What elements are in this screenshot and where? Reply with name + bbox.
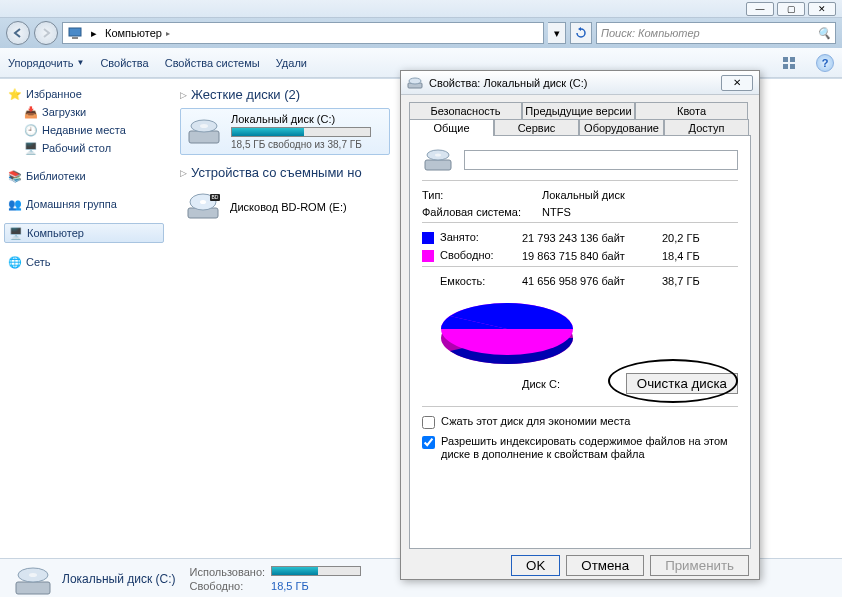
view-button[interactable] (778, 52, 800, 74)
fs-label: Файловая система: (422, 206, 542, 218)
recent-icon: 🕘 (24, 123, 38, 137)
close-button[interactable]: ✕ (808, 2, 836, 16)
refresh-button[interactable] (570, 22, 592, 44)
arrow-right-icon (40, 27, 52, 39)
svg-rect-4 (783, 64, 788, 69)
type-value: Локальный диск (542, 189, 738, 201)
dialog-close-button[interactable]: ✕ (721, 75, 753, 91)
tab-service[interactable]: Сервис (494, 119, 579, 136)
maximize-button[interactable]: ▢ (777, 2, 805, 16)
apply-button[interactable]: Применить (650, 555, 749, 576)
tab-access[interactable]: Доступ (664, 119, 749, 136)
drive-free-text: 18,5 ГБ свободно из 38,7 ГБ (231, 139, 385, 150)
svg-rect-5 (790, 64, 795, 69)
sidebar: ⭐ Избранное 📥 Загрузки 🕘 Недавние места … (0, 79, 168, 558)
svg-rect-0 (69, 28, 81, 36)
capacity-label: Емкость: (422, 275, 522, 287)
back-button[interactable] (6, 21, 30, 45)
free-gb: 18,4 ГБ (662, 250, 722, 262)
status-free-label: Свободно: (190, 580, 266, 592)
svg-point-11 (200, 200, 206, 204)
svg-rect-6 (189, 131, 219, 143)
sidebar-recent[interactable]: 🕘 Недавние места (4, 121, 164, 139)
usage-bar (231, 127, 371, 137)
status-drive-name: Локальный диск (C:) (62, 572, 176, 586)
organize-menu[interactable]: Упорядочить ▼ (8, 57, 84, 69)
tab-hardware[interactable]: Оборудование (579, 119, 664, 136)
compress-checkbox[interactable] (422, 416, 435, 429)
free-swatch (422, 250, 434, 262)
breadcrumb-computer[interactable]: Компьютер ▸ (101, 27, 174, 39)
sidebar-favorites[interactable]: ⭐ Избранное (4, 85, 164, 103)
tab-security[interactable]: Безопасность (409, 102, 522, 119)
uninstall-button[interactable]: Удали (276, 57, 307, 69)
bd-rom-icon: BD (184, 190, 222, 224)
tab-quota[interactable]: Квота (635, 102, 748, 119)
tabs: Безопасность Предыдущие версии Квота Общ… (409, 101, 751, 135)
svg-point-16 (29, 573, 37, 577)
forward-button[interactable] (34, 21, 58, 45)
svg-point-18 (409, 78, 421, 84)
svg-rect-2 (783, 57, 788, 62)
drive-small-icon (407, 76, 423, 90)
index-label[interactable]: Разрешить индексировать содержимое файло… (441, 435, 738, 461)
search-input[interactable]: Поиск: Компьютер 🔍 (596, 22, 836, 44)
arrow-left-icon (12, 27, 24, 39)
desktop-icon: 🖥️ (24, 141, 38, 155)
tab-previous-versions[interactable]: Предыдущие версии (522, 102, 635, 119)
properties-button[interactable]: Свойства (100, 57, 148, 69)
search-icon: 🔍 (817, 27, 831, 40)
refresh-icon (575, 27, 587, 39)
dialog-title: Свойства: Локальный диск (C:) (429, 77, 715, 89)
cancel-button[interactable]: Отмена (566, 555, 644, 576)
address-box[interactable]: ▸ Компьютер ▸ (62, 22, 544, 44)
titlebar: — ▢ ✕ (0, 0, 842, 18)
used-label: Занято: (422, 231, 522, 244)
tab-general[interactable]: Общие (409, 119, 494, 136)
address-dropdown[interactable]: ▾ (548, 22, 566, 44)
svg-rect-3 (790, 57, 795, 62)
star-icon: ⭐ (8, 87, 22, 101)
breadcrumb-root[interactable]: ▸ (87, 27, 101, 40)
svg-text:BD: BD (212, 194, 219, 200)
sidebar-desktop[interactable]: 🖥️ Рабочий стол (4, 139, 164, 157)
compress-label[interactable]: Сжать этот диск для экономии места (441, 415, 630, 428)
sidebar-libraries[interactable]: 📚 Библиотеки (4, 167, 164, 185)
status-free-value: 18,5 ГБ (271, 580, 361, 592)
drive-icon (185, 115, 223, 149)
status-used-label: Использовано: (190, 566, 266, 578)
volume-label-input[interactable] (464, 150, 738, 170)
svg-rect-1 (72, 37, 78, 39)
properties-dialog: Свойства: Локальный диск (C:) ✕ Безопасн… (400, 70, 760, 580)
pie-chart (422, 295, 738, 373)
used-gb: 20,2 ГБ (662, 232, 722, 244)
sidebar-computer[interactable]: 🖥️ Компьютер (4, 223, 164, 243)
tab-pane-general: Тип: Локальный диск Файловая система: NT… (409, 135, 751, 549)
disk-cleanup-button[interactable]: Очистка диска (626, 373, 738, 394)
dialog-buttons: OK Отмена Применить (401, 549, 759, 582)
dialog-titlebar[interactable]: Свойства: Локальный диск (C:) ✕ (401, 71, 759, 95)
homegroup-icon: 👥 (8, 197, 22, 211)
ok-button[interactable]: OK (511, 555, 560, 576)
fs-value: NTFS (542, 206, 738, 218)
drive-bd-rom[interactable]: BD Дисковод BD-ROM (E:) (180, 186, 400, 228)
svg-point-8 (200, 124, 208, 128)
sidebar-network[interactable]: 🌐 Сеть (4, 253, 164, 271)
svg-rect-14 (16, 582, 50, 594)
index-checkbox[interactable] (422, 436, 435, 449)
free-label: Свободно: (422, 249, 522, 262)
dialog-drive-icon (422, 146, 454, 174)
system-properties-button[interactable]: Свойства системы (165, 57, 260, 69)
download-icon: 📥 (24, 105, 38, 119)
drive-c[interactable]: Локальный диск (C:) 18,5 ГБ свободно из … (180, 108, 390, 155)
help-button[interactable]: ? (816, 54, 834, 72)
breadcrumb-label: Компьютер (105, 27, 162, 39)
disk-label: Диск C: (422, 378, 560, 390)
address-bar: ▸ Компьютер ▸ ▾ Поиск: Компьютер 🔍 (0, 18, 842, 48)
minimize-button[interactable]: — (746, 2, 774, 16)
sidebar-downloads[interactable]: 📥 Загрузки (4, 103, 164, 121)
sidebar-homegroup[interactable]: 👥 Домашняя группа (4, 195, 164, 213)
free-bytes: 19 863 715 840 байт (522, 250, 662, 262)
view-icon (782, 56, 796, 70)
capacity-gb: 38,7 ГБ (662, 275, 722, 287)
